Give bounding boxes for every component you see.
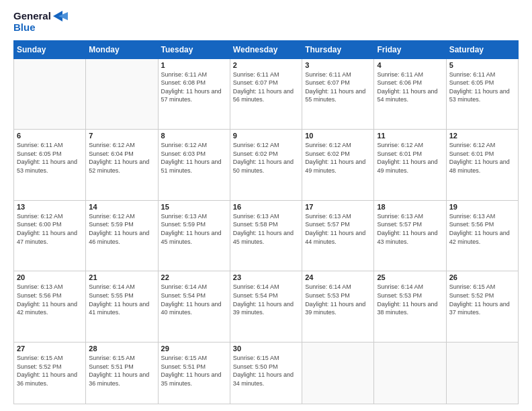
logo: General Blue bbox=[13, 10, 68, 34]
day-number: 7 bbox=[89, 132, 154, 140]
day-number: 13 bbox=[17, 203, 83, 211]
calendar-cell: 11Sunrise: 6:12 AM Sunset: 6:01 PM Dayli… bbox=[374, 130, 446, 201]
day-info: Sunrise: 6:12 AM Sunset: 6:01 PM Dayligh… bbox=[377, 141, 443, 175]
calendar-cell: 20Sunrise: 6:13 AM Sunset: 5:56 PM Dayli… bbox=[14, 271, 86, 342]
weekday-header-wednesday: Wednesday bbox=[230, 40, 302, 58]
calendar-cell: 5Sunrise: 6:11 AM Sunset: 6:05 PM Daylig… bbox=[446, 58, 518, 130]
weekday-header-row: SundayMondayTuesdayWednesdayThursdayFrid… bbox=[14, 40, 519, 58]
day-number: 12 bbox=[449, 132, 515, 140]
day-info: Sunrise: 6:15 AM Sunset: 5:52 PM Dayligh… bbox=[449, 283, 515, 316]
day-number: 1 bbox=[161, 61, 227, 69]
logo-blue-text: Blue bbox=[13, 21, 68, 33]
day-number: 24 bbox=[305, 273, 371, 281]
day-info: Sunrise: 6:11 AM Sunset: 6:06 PM Dayligh… bbox=[377, 71, 443, 104]
logo-bird-icon bbox=[53, 11, 68, 21]
week-row-4: 20Sunrise: 6:13 AM Sunset: 5:56 PM Dayli… bbox=[14, 271, 519, 342]
calendar-cell bbox=[374, 342, 446, 404]
weekday-header-monday: Monday bbox=[86, 40, 158, 58]
day-number: 25 bbox=[377, 273, 443, 281]
calendar-cell: 21Sunrise: 6:14 AM Sunset: 5:55 PM Dayli… bbox=[86, 271, 158, 342]
day-info: Sunrise: 6:15 AM Sunset: 5:51 PM Dayligh… bbox=[161, 354, 227, 387]
day-info: Sunrise: 6:12 AM Sunset: 6:03 PM Dayligh… bbox=[161, 141, 227, 175]
calendar-cell: 12Sunrise: 6:12 AM Sunset: 6:01 PM Dayli… bbox=[446, 130, 518, 201]
calendar-cell: 25Sunrise: 6:14 AM Sunset: 5:53 PM Dayli… bbox=[374, 271, 446, 342]
calendar-cell: 6Sunrise: 6:11 AM Sunset: 6:05 PM Daylig… bbox=[14, 130, 86, 201]
weekday-header-saturday: Saturday bbox=[446, 40, 518, 58]
day-info: Sunrise: 6:11 AM Sunset: 6:05 PM Dayligh… bbox=[449, 71, 515, 104]
header: General Blue bbox=[13, 10, 519, 34]
day-info: Sunrise: 6:14 AM Sunset: 5:55 PM Dayligh… bbox=[89, 283, 154, 316]
calendar-cell: 19Sunrise: 6:13 AM Sunset: 5:56 PM Dayli… bbox=[446, 200, 518, 271]
day-info: Sunrise: 6:12 AM Sunset: 6:01 PM Dayligh… bbox=[449, 141, 515, 175]
weekday-header-thursday: Thursday bbox=[302, 40, 374, 58]
day-info: Sunrise: 6:13 AM Sunset: 5:58 PM Dayligh… bbox=[233, 212, 299, 246]
calendar-table: SundayMondayTuesdayWednesdayThursdayFrid… bbox=[13, 40, 519, 405]
day-number: 15 bbox=[161, 203, 227, 211]
day-number: 20 bbox=[17, 273, 83, 281]
calendar-cell bbox=[446, 342, 518, 404]
day-info: Sunrise: 6:15 AM Sunset: 5:50 PM Dayligh… bbox=[233, 354, 299, 387]
day-number: 19 bbox=[449, 203, 515, 211]
week-row-1: 1Sunrise: 6:11 AM Sunset: 6:08 PM Daylig… bbox=[14, 58, 519, 130]
day-info: Sunrise: 6:13 AM Sunset: 5:56 PM Dayligh… bbox=[449, 212, 515, 246]
day-info: Sunrise: 6:13 AM Sunset: 5:57 PM Dayligh… bbox=[377, 212, 443, 246]
day-number: 26 bbox=[449, 273, 515, 281]
day-info: Sunrise: 6:13 AM Sunset: 5:59 PM Dayligh… bbox=[161, 212, 227, 246]
weekday-header-tuesday: Tuesday bbox=[158, 40, 230, 58]
day-number: 4 bbox=[377, 61, 443, 69]
calendar-cell bbox=[86, 58, 158, 130]
day-number: 28 bbox=[89, 345, 154, 353]
calendar-cell: 4Sunrise: 6:11 AM Sunset: 6:06 PM Daylig… bbox=[374, 58, 446, 130]
day-info: Sunrise: 6:13 AM Sunset: 5:57 PM Dayligh… bbox=[305, 212, 371, 246]
day-number: 30 bbox=[233, 345, 299, 353]
calendar-cell: 15Sunrise: 6:13 AM Sunset: 5:59 PM Dayli… bbox=[158, 200, 230, 271]
calendar-cell: 10Sunrise: 6:12 AM Sunset: 6:02 PM Dayli… bbox=[302, 130, 374, 201]
calendar-cell: 28Sunrise: 6:15 AM Sunset: 5:51 PM Dayli… bbox=[86, 342, 158, 404]
calendar-cell: 13Sunrise: 6:12 AM Sunset: 6:00 PM Dayli… bbox=[14, 200, 86, 271]
day-info: Sunrise: 6:14 AM Sunset: 5:53 PM Dayligh… bbox=[305, 283, 371, 316]
day-number: 16 bbox=[233, 203, 299, 211]
day-number: 6 bbox=[17, 132, 83, 140]
calendar-cell: 3Sunrise: 6:11 AM Sunset: 6:07 PM Daylig… bbox=[302, 58, 374, 130]
day-info: Sunrise: 6:11 AM Sunset: 6:07 PM Dayligh… bbox=[305, 71, 371, 104]
day-info: Sunrise: 6:11 AM Sunset: 6:08 PM Dayligh… bbox=[161, 71, 227, 104]
calendar-cell: 2Sunrise: 6:11 AM Sunset: 6:07 PM Daylig… bbox=[230, 58, 302, 130]
page: General Blue SundayMondayTuesdayWednesda… bbox=[0, 0, 532, 411]
day-info: Sunrise: 6:12 AM Sunset: 6:00 PM Dayligh… bbox=[17, 212, 83, 246]
calendar-cell: 22Sunrise: 6:14 AM Sunset: 5:54 PM Dayli… bbox=[158, 271, 230, 342]
calendar-cell bbox=[302, 342, 374, 404]
day-number: 22 bbox=[161, 273, 227, 281]
day-info: Sunrise: 6:15 AM Sunset: 5:52 PM Dayligh… bbox=[17, 354, 83, 387]
day-info: Sunrise: 6:15 AM Sunset: 5:51 PM Dayligh… bbox=[89, 354, 154, 387]
week-row-2: 6Sunrise: 6:11 AM Sunset: 6:05 PM Daylig… bbox=[14, 130, 519, 201]
day-number: 27 bbox=[17, 345, 83, 353]
calendar-cell: 23Sunrise: 6:14 AM Sunset: 5:54 PM Dayli… bbox=[230, 271, 302, 342]
day-info: Sunrise: 6:14 AM Sunset: 5:54 PM Dayligh… bbox=[161, 283, 227, 316]
day-info: Sunrise: 6:12 AM Sunset: 6:04 PM Dayligh… bbox=[89, 141, 154, 175]
calendar-cell: 1Sunrise: 6:11 AM Sunset: 6:08 PM Daylig… bbox=[158, 58, 230, 130]
day-info: Sunrise: 6:13 AM Sunset: 5:56 PM Dayligh… bbox=[17, 283, 83, 316]
calendar-cell: 27Sunrise: 6:15 AM Sunset: 5:52 PM Dayli… bbox=[14, 342, 86, 404]
day-number: 29 bbox=[161, 345, 227, 353]
weekday-header-sunday: Sunday bbox=[14, 40, 86, 58]
calendar-cell: 16Sunrise: 6:13 AM Sunset: 5:58 PM Dayli… bbox=[230, 200, 302, 271]
day-number: 23 bbox=[233, 273, 299, 281]
calendar-cell: 30Sunrise: 6:15 AM Sunset: 5:50 PM Dayli… bbox=[230, 342, 302, 404]
calendar-cell: 9Sunrise: 6:12 AM Sunset: 6:02 PM Daylig… bbox=[230, 130, 302, 201]
day-number: 18 bbox=[377, 203, 443, 211]
calendar-cell: 18Sunrise: 6:13 AM Sunset: 5:57 PM Dayli… bbox=[374, 200, 446, 271]
calendar-cell: 17Sunrise: 6:13 AM Sunset: 5:57 PM Dayli… bbox=[302, 200, 374, 271]
day-number: 3 bbox=[305, 61, 371, 69]
calendar-cell: 7Sunrise: 6:12 AM Sunset: 6:04 PM Daylig… bbox=[86, 130, 158, 201]
calendar-cell: 26Sunrise: 6:15 AM Sunset: 5:52 PM Dayli… bbox=[446, 271, 518, 342]
day-number: 11 bbox=[377, 132, 443, 140]
logo-general-text: General bbox=[13, 10, 51, 21]
day-number: 10 bbox=[305, 132, 371, 140]
day-info: Sunrise: 6:12 AM Sunset: 6:02 PM Dayligh… bbox=[233, 141, 299, 175]
weekday-header-friday: Friday bbox=[374, 40, 446, 58]
day-info: Sunrise: 6:12 AM Sunset: 6:02 PM Dayligh… bbox=[305, 141, 371, 175]
week-row-3: 13Sunrise: 6:12 AM Sunset: 6:00 PM Dayli… bbox=[14, 200, 519, 271]
day-number: 9 bbox=[233, 132, 299, 140]
calendar-cell: 14Sunrise: 6:12 AM Sunset: 5:59 PM Dayli… bbox=[86, 200, 158, 271]
calendar-cell: 29Sunrise: 6:15 AM Sunset: 5:51 PM Dayli… bbox=[158, 342, 230, 404]
